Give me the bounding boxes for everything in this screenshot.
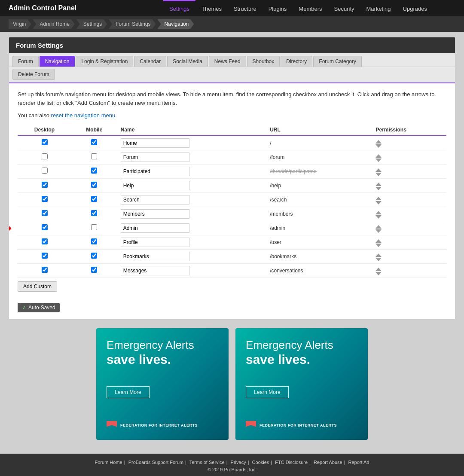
breadcrumb-forum-settings[interactable]: Forum Settings xyxy=(109,19,156,29)
messages-name-input[interactable] xyxy=(121,266,189,275)
help-sort-arrows[interactable] xyxy=(375,183,382,190)
nav-item-plugins[interactable]: Plugins xyxy=(263,0,293,16)
messages-desktop-checkbox[interactable] xyxy=(42,267,48,273)
bookmarks-mobile-checkbox[interactable] xyxy=(91,253,97,259)
nav-item-themes[interactable]: Themes xyxy=(195,0,228,16)
nav-item-members[interactable]: Members xyxy=(293,0,328,16)
footer-links: Forum Home| ProBoards Support Forum| Ter… xyxy=(6,460,458,465)
profile-desktop-checkbox[interactable] xyxy=(42,238,48,244)
admin-mobile-checkbox[interactable] xyxy=(91,224,97,230)
tab-forum[interactable]: Forum xyxy=(12,56,39,67)
secondary-tabs: Delete Forum xyxy=(9,67,455,83)
forum-sort-arrows[interactable] xyxy=(375,154,382,162)
forum-name-input[interactable] xyxy=(121,153,189,162)
breadcrumb-virgin[interactable]: Virgin xyxy=(9,19,31,29)
ad1-learn-more-button[interactable]: Learn More xyxy=(107,386,150,398)
breadcrumb-admin-home[interactable]: Admin Home xyxy=(33,19,74,29)
footer-link-proboards[interactable]: ProBoards Support Forum xyxy=(128,460,183,465)
site-footer: Forum Home| ProBoards Support Forum| Ter… xyxy=(0,454,464,476)
breadcrumb-settings[interactable]: Settings xyxy=(76,19,107,29)
nav-item-upgrades[interactable]: Upgrades xyxy=(397,0,433,16)
nav-item-settings[interactable]: Settings xyxy=(163,0,195,16)
search-url: /search xyxy=(270,197,287,203)
participated-name-input[interactable] xyxy=(121,167,189,176)
bookmarks-url: /bookmarks xyxy=(270,253,296,259)
search-mobile-checkbox[interactable] xyxy=(91,196,97,202)
search-name-input[interactable] xyxy=(121,195,189,204)
forum-url: /forum xyxy=(270,154,284,160)
table-row: ➜ /admin xyxy=(18,221,446,235)
table-row: / xyxy=(18,136,446,150)
profile-sort-arrows[interactable] xyxy=(375,239,382,247)
home-name-input[interactable] xyxy=(121,138,189,148)
help-name-input[interactable] xyxy=(121,181,189,190)
search-desktop-checkbox[interactable] xyxy=(42,196,48,202)
footer-copyright: © 2019 ProBoards, Inc. xyxy=(6,467,458,472)
panel-title: Forum Settings xyxy=(9,37,455,53)
messages-url: /conversations xyxy=(270,268,303,274)
members-name-input[interactable] xyxy=(121,209,189,219)
tab-shoutbox[interactable]: Shoutbox xyxy=(247,56,280,67)
bookmarks-sort-arrows[interactable] xyxy=(375,253,382,261)
profile-mobile-checkbox[interactable] xyxy=(91,238,97,244)
col-name: Name xyxy=(117,124,267,136)
footer-link-privacy[interactable]: Privacy xyxy=(231,460,246,465)
home-sort-arrows[interactable] xyxy=(375,140,382,148)
members-url: /members xyxy=(270,211,293,217)
home-desktop-checkbox[interactable] xyxy=(42,139,48,145)
search-sort-arrows[interactable] xyxy=(375,197,382,204)
footer-link-cookies[interactable]: Cookies xyxy=(252,460,269,465)
auto-saved-label: Auto-Saved xyxy=(28,305,55,311)
tab-directory[interactable]: Directory xyxy=(281,56,312,67)
help-mobile-checkbox[interactable] xyxy=(91,182,97,188)
footer-link-ftc[interactable]: FTC Disclosure xyxy=(275,460,308,465)
forum-mobile-checkbox[interactable] xyxy=(91,153,97,159)
admin-name-input[interactable] xyxy=(121,223,189,233)
tab-forum-category[interactable]: Forum Category xyxy=(313,56,362,67)
add-custom-button[interactable]: Add Custom xyxy=(18,281,57,292)
bookmarks-name-input[interactable] xyxy=(121,252,189,261)
admin-sort-arrows[interactable] xyxy=(375,225,382,233)
tab-calendar[interactable]: Calendar xyxy=(134,56,166,67)
tab-delete-forum[interactable]: Delete Forum xyxy=(12,69,55,80)
tab-login-registration[interactable]: Login & Registration xyxy=(76,56,133,67)
ad2-footer-text: FEDERATION FOR INTERNET ALERTS xyxy=(259,423,337,427)
members-sort-arrows[interactable] xyxy=(375,211,382,219)
messages-mobile-checkbox[interactable] xyxy=(91,267,97,273)
navigation-table: Desktop Mobile Name URL Permissions / xyxy=(18,124,446,278)
table-row: /search xyxy=(18,192,446,207)
nav-item-security[interactable]: Security xyxy=(328,0,360,16)
reset-navigation-link[interactable]: reset the navigation menu xyxy=(51,112,116,119)
table-row: /threads/participated xyxy=(18,164,446,178)
check-icon: ✓ xyxy=(22,305,26,311)
col-url: URL xyxy=(266,124,372,136)
footer-link-report-ad[interactable]: Report Ad xyxy=(348,460,369,465)
bookmarks-desktop-checkbox[interactable] xyxy=(42,253,48,259)
breadcrumb-navigation[interactable]: Navigation xyxy=(158,19,194,29)
nav-item-structure[interactable]: Structure xyxy=(228,0,263,16)
members-mobile-checkbox[interactable] xyxy=(91,210,97,216)
tab-social-media[interactable]: Social Media xyxy=(167,56,208,67)
participated-desktop-checkbox[interactable] xyxy=(42,168,48,174)
members-desktop-checkbox[interactable] xyxy=(42,210,48,216)
primary-tabs: Forum Navigation Login & Registration Ca… xyxy=(9,53,455,67)
participated-sort-arrows[interactable] xyxy=(375,168,382,176)
forum-desktop-checkbox[interactable] xyxy=(42,153,48,159)
footer-link-tos[interactable]: Terms of Service xyxy=(189,460,225,465)
home-mobile-checkbox[interactable] xyxy=(91,139,97,145)
footer-link-report-abuse[interactable]: Report Abuse xyxy=(314,460,342,465)
ad-banner-1: Emergency Alertssave lives. Learn More F… xyxy=(96,328,229,440)
ad2-learn-more-button[interactable]: Learn More xyxy=(246,386,289,398)
profile-name-input[interactable] xyxy=(121,238,189,247)
table-row: /forum xyxy=(18,150,446,164)
tab-news-feed[interactable]: News Feed xyxy=(209,56,246,67)
ads-section: Emergency Alertssave lives. Learn More F… xyxy=(9,320,455,449)
tab-navigation[interactable]: Navigation xyxy=(40,56,75,67)
ad1-footer: FEDERATION FOR INTERNET ALERTS xyxy=(107,421,218,430)
nav-item-marketing[interactable]: Marketing xyxy=(360,0,397,16)
footer-link-forum-home[interactable]: Forum Home xyxy=(95,460,122,465)
admin-desktop-checkbox[interactable] xyxy=(42,224,48,230)
participated-mobile-checkbox[interactable] xyxy=(91,168,97,174)
messages-sort-arrows[interactable] xyxy=(375,268,382,275)
help-desktop-checkbox[interactable] xyxy=(42,182,48,188)
